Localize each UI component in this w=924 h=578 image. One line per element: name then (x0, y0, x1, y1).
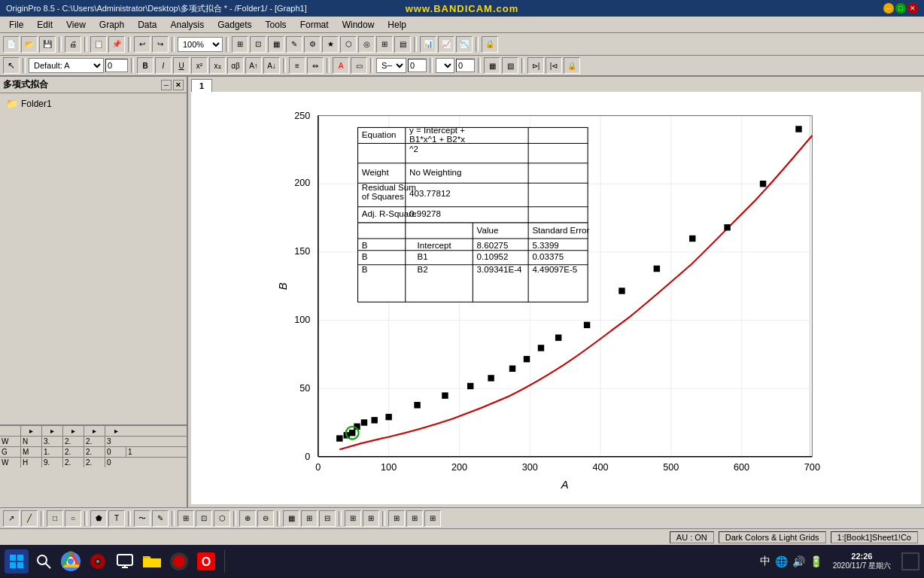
arrange-tool1[interactable]: ⊞ (388, 510, 405, 527)
undo-button[interactable]: ↩ (134, 36, 150, 53)
taskbar-search[interactable] (32, 549, 56, 573)
line-style-combo[interactable]: S─ (376, 58, 406, 73)
tray-keyboard: 中 (760, 555, 771, 568)
maximize-button[interactable]: □ (895, 3, 906, 14)
tb-lock[interactable]: 🔒 (482, 36, 498, 53)
pattern-btn2[interactable]: ▧ (502, 57, 518, 74)
menu-window[interactable]: Window (336, 18, 381, 32)
lock-btn[interactable]: 🔒 (564, 57, 580, 74)
redo-button[interactable]: ↪ (152, 36, 169, 53)
menu-format[interactable]: Format (294, 18, 335, 32)
tb-btn-3[interactable]: ▦ (268, 36, 284, 53)
menu-graph[interactable]: Graph (93, 18, 130, 32)
arrange-tool2[interactable]: ⊞ (406, 510, 423, 527)
new-button[interactable]: 📄 (3, 36, 20, 53)
italic-btn[interactable]: I (155, 57, 172, 74)
tree-folder[interactable]: 📁 Folder1 (3, 96, 184, 111)
tb-btn-2[interactable]: ⊡ (250, 36, 266, 53)
svg-text:Equation: Equation (362, 130, 397, 139)
tb-btn-6[interactable]: ★ (322, 36, 339, 53)
panel-close[interactable]: ✕ (173, 80, 184, 90)
region-tool[interactable]: ⊡ (196, 510, 212, 527)
tb-btn-1[interactable]: ⊞ (232, 36, 248, 53)
fill-val-input[interactable] (456, 59, 475, 72)
draw-polygon[interactable]: ⬟ (90, 510, 107, 527)
taskbar-record[interactable] (167, 549, 191, 573)
tb-btn-4[interactable]: ✎ (286, 36, 302, 53)
fill-combo[interactable]: N (436, 58, 454, 73)
spacing-btn[interactable]: ⇔ (307, 57, 324, 74)
font-color-btn[interactable]: A (333, 57, 349, 74)
panel-minimize[interactable]: ─ (161, 80, 172, 90)
menu-gadgets[interactable]: Gadgets (211, 18, 257, 32)
format-tool3[interactable]: ⊟ (319, 510, 336, 527)
taskbar-windows[interactable] (5, 549, 29, 573)
bold-btn[interactable]: B (137, 57, 153, 74)
bsep4 (172, 511, 175, 526)
menu-view[interactable]: View (60, 18, 92, 32)
format-tool2[interactable]: ⊞ (301, 510, 318, 527)
svg-rect-48 (538, 345, 544, 351)
align-left-btn[interactable]: ≡ (289, 57, 305, 74)
plot-btn[interactable]: ⊳| (527, 57, 544, 74)
draw-arrow[interactable]: ↗ (3, 510, 20, 527)
show-desktop-btn[interactable] (901, 552, 919, 570)
arrange-tool3[interactable]: ⊞ (424, 510, 441, 527)
menu-help[interactable]: Help (381, 18, 412, 32)
menu-file[interactable]: File (3, 18, 29, 32)
open-button[interactable]: 📂 (21, 36, 38, 53)
special-char-btn[interactable]: αβ (227, 57, 244, 74)
tb-btn-8[interactable]: ◎ (358, 36, 375, 53)
align-tool1[interactable]: ⊞ (345, 510, 361, 527)
line-width-input[interactable] (408, 59, 427, 72)
paste-button[interactable]: 📌 (108, 36, 125, 53)
taskbar-folder[interactable] (140, 549, 164, 573)
text-size-dn-btn[interactable]: A↓ (263, 57, 280, 74)
print-button[interactable]: 🖨 (65, 36, 81, 53)
taskbar-chrome[interactable] (59, 549, 83, 573)
fill-tool[interactable]: ⬡ (214, 510, 230, 527)
draw-freehand[interactable]: ✎ (152, 510, 169, 527)
taskbar-computer[interactable] (113, 549, 137, 573)
plot-btn2[interactable]: |⊲ (546, 57, 562, 74)
bg-color-btn[interactable]: ▭ (351, 57, 367, 74)
menu-analysis[interactable]: Analysis (165, 18, 211, 32)
menu-tools[interactable]: Tools (260, 18, 293, 32)
graph-tab[interactable]: 1 (191, 79, 212, 92)
font-size-input[interactable] (105, 59, 128, 72)
tb-btn-5[interactable]: ⚙ (304, 36, 321, 53)
tb-btn-9[interactable]: ⊞ (376, 36, 393, 53)
save-button[interactable]: 💾 (39, 36, 56, 53)
zoom-in-tool[interactable]: ⊕ (239, 510, 256, 527)
r2c4: 2. (84, 447, 105, 457)
align-tool2[interactable]: ⊞ (363, 510, 379, 527)
pattern-btn[interactable]: ▦ (484, 57, 500, 74)
underline-btn[interactable]: U (173, 57, 190, 74)
draw-text[interactable]: T (108, 510, 125, 527)
tb-btn-12[interactable]: 📈 (438, 36, 454, 53)
taskbar-origin[interactable]: O (194, 549, 218, 573)
minimize-button[interactable]: ─ (883, 3, 894, 14)
draw-curve[interactable]: 〜 (134, 510, 150, 527)
draw-circle[interactable]: ○ (65, 510, 81, 527)
cursor-btn[interactable]: ↖ (3, 57, 20, 74)
draw-rect[interactable]: □ (47, 510, 63, 527)
taskbar-music[interactable] (86, 549, 110, 573)
menu-data[interactable]: Data (132, 18, 163, 32)
tb-btn-7[interactable]: ⬡ (340, 36, 357, 53)
menu-edit[interactable]: Edit (31, 18, 59, 32)
text-size-up-btn[interactable]: A↑ (245, 57, 262, 74)
copy-button[interactable]: 📋 (90, 36, 107, 53)
draw-line[interactable]: ╱ (21, 510, 38, 527)
superscript-btn[interactable]: x² (191, 57, 208, 74)
zoom-combo[interactable]: 100% 75% 50% 150% (178, 37, 223, 52)
zoom-out-tool[interactable]: ⊖ (257, 510, 274, 527)
format-tool1[interactable]: ▦ (283, 510, 299, 527)
tb-btn-11[interactable]: 📊 (420, 36, 436, 53)
subscript-btn[interactable]: x₂ (209, 57, 226, 74)
close-button[interactable]: ✕ (907, 3, 918, 14)
font-combo[interactable]: Default: A (29, 58, 104, 73)
tb-btn-10[interactable]: ▤ (394, 36, 411, 53)
select-tool[interactable]: ⊞ (178, 510, 194, 527)
tb-btn-13[interactable]: 📉 (456, 36, 473, 53)
